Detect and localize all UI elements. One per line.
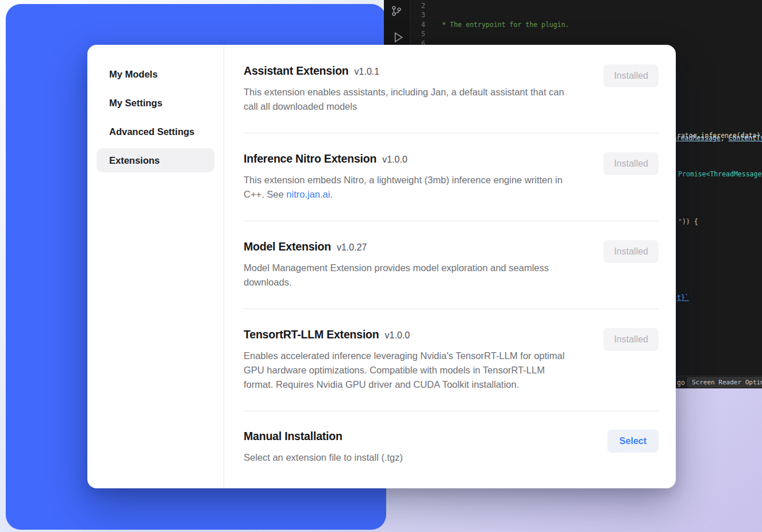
select-file-button[interactable]: Select [607,430,659,453]
nitro-jan-ai-link[interactable]: nitro.jan.ai [286,189,330,199]
code-comment-line: * The entrypoint for the plugin. [438,20,762,29]
code-fragment-string: ")) { [678,217,698,226]
extension-title: Inference Nitro Extension [244,152,376,165]
run-debug-icon[interactable] [390,30,405,47]
line-number: 5 [411,29,425,38]
installed-button[interactable]: Installed [603,152,659,175]
settings-sidebar: My Models My Settings Advanced Settings … [87,45,224,488]
manual-installation-description: Select an extension file to install (.tg… [244,450,568,465]
sidebar-item-my-settings[interactable]: My Settings [97,91,214,115]
extension-version: v1.0.0 [382,155,407,165]
extensions-panel: Assistant Extension v1.0.1 This extensio… [224,45,676,488]
extension-title: Model Extension [244,240,331,253]
screen-reader-optimized-button[interactable]: Screen Reader Optimize [687,377,762,387]
extension-title: TensortRT-LLM Extension [244,328,379,341]
extension-version: v1.0.0 [385,330,410,341]
sidebar-item-advanced-settings[interactable]: Advanced Settings [97,119,214,144]
line-number-gutter: 2 3 4 5 6 [411,1,425,48]
code-fragment-promise: Promise<ThreadMessage> [678,169,762,179]
settings-modal: My Models My Settings Advanced Settings … [87,45,676,488]
status-text-fragment: go [677,379,685,387]
extension-description: This extension embeds Nitro, a lightweig… [244,173,568,202]
sidebar-item-my-models[interactable]: My Models [97,62,214,86]
extension-description: This extension enables assistants, inclu… [244,85,568,114]
code-fragment-template-end: t}` [677,293,689,302]
manual-installation-title: Manual Installation [244,430,342,443]
desktop-background: 2 3 4 5 6 * The entrypoint for the plugi… [0,0,762,532]
installed-button[interactable]: Installed [603,328,659,351]
extension-description: Enables accelerated inference leveraging… [244,349,568,392]
manual-installation-row: Manual Installation Select an extension … [244,411,659,480]
extension-row-assistant: Assistant Extension v1.0.1 This extensio… [244,64,659,133]
source-control-icon[interactable] [390,5,403,19]
line-number: 2 [411,1,425,10]
line-number: 3 [411,10,425,20]
extension-row-tensorrt-llm: TensortRT-LLM Extension v1.0.0 Enables a… [244,309,659,411]
extension-description: Model Management Extension provides mode… [244,261,568,290]
extension-version: v1.0.1 [355,67,380,77]
installed-button[interactable]: Installed [603,64,659,87]
extension-row-inference-nitro: Inference Nitro Extension v1.0.0 This ex… [244,133,659,221]
line-number: 4 [411,20,425,29]
extension-version: v1.0.27 [337,242,367,253]
installed-button[interactable]: Installed [603,240,659,263]
sidebar-item-extensions[interactable]: Extensions [97,148,214,172]
code-fragment-inference: rator.inference(data)); [677,131,762,140]
extension-row-model: Model Extension v1.0.27 Model Management… [244,221,659,309]
extension-title: Assistant Extension [244,64,349,78]
